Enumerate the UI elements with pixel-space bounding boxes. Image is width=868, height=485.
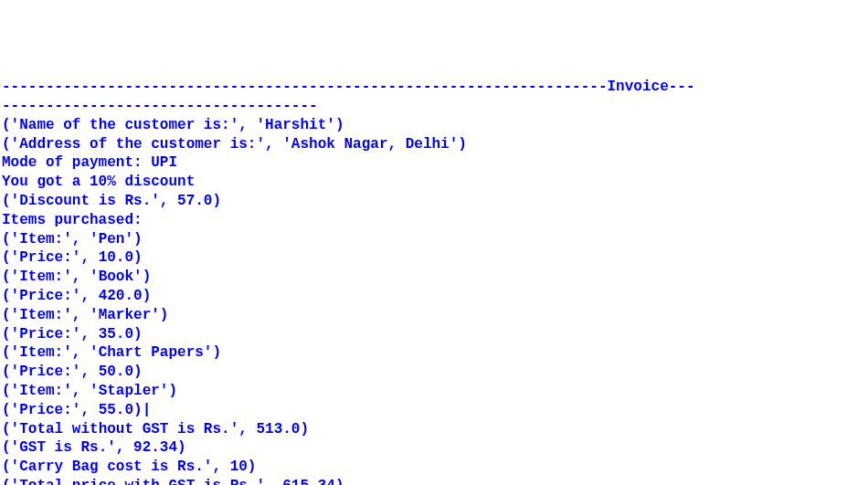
item-1-name: ('Item:', 'Book') xyxy=(2,268,866,287)
item-0-name: ('Item:', 'Pen') xyxy=(2,230,866,249)
item-4-name: ('Item:', 'Stapler') xyxy=(2,382,866,401)
item-4-price: ('Price:', 55.0)| xyxy=(2,401,866,420)
text-cursor: | xyxy=(143,402,152,418)
header-line1: ----------------------------------------… xyxy=(2,78,866,97)
bag-line: ('Carry Bag cost is Rs.', 10) xyxy=(2,458,866,477)
item-1-price: ('Price:', 420.0) xyxy=(2,287,866,306)
items-header-line: Items purchased: xyxy=(2,211,866,230)
customer-address-line: ('Address of the customer is:', 'Ashok N… xyxy=(2,135,866,154)
item-2-price: ('Price:', 35.0) xyxy=(2,325,866,344)
item-0-price: ('Price:', 10.0) xyxy=(2,248,866,268)
item-2-name: ('Item:', 'Marker') xyxy=(2,306,866,325)
subtotal-line: ('Total without GST is Rs.', 513.0) xyxy=(2,420,866,439)
gst-line: ('GST is Rs.', 92.34) xyxy=(2,438,866,458)
item-3-name: ('Item:', 'Chart Papers') xyxy=(2,343,866,363)
discount-amount-line: ('Discount is Rs.', 57.0) xyxy=(2,192,866,211)
item-3-price: ('Price:', 50.0) xyxy=(2,363,866,382)
customer-name-line: ('Name of the customer is:', 'Harshit') xyxy=(2,116,866,135)
total-line: ('Total price with GST is Rs.', 615.34) xyxy=(2,477,866,485)
payment-mode-line: Mode of payment: UPI xyxy=(2,153,866,173)
header-line2: ------------------------------------ xyxy=(2,97,866,116)
discount-msg-line: You got a 10% discount xyxy=(2,173,866,192)
